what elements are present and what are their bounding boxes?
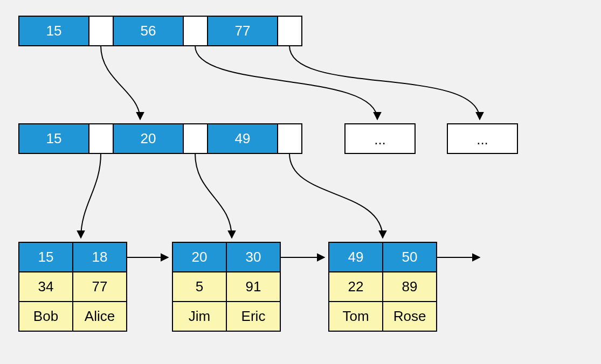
arrow-internal-to-leaf1 bbox=[195, 153, 232, 238]
internal-node: 15 20 49 bbox=[19, 124, 302, 153]
internal-key-1: 20 bbox=[141, 130, 156, 146]
svg-text:20: 20 bbox=[192, 249, 208, 265]
svg-text:30: 30 bbox=[246, 249, 261, 265]
svg-rect-1 bbox=[89, 16, 113, 46]
root-key-0: 15 bbox=[46, 23, 62, 39]
svg-text:49: 49 bbox=[348, 249, 364, 265]
arrow-internal-to-leaf2 bbox=[289, 153, 383, 238]
arrow-root-to-stub0 bbox=[195, 46, 377, 120]
leaf-node-0: 15 18 34 77 Bob Alice bbox=[19, 242, 127, 331]
svg-text:5: 5 bbox=[196, 278, 203, 295]
svg-text:34: 34 bbox=[38, 278, 54, 295]
leaf-node-2: 49 50 22 89 Tom Rose bbox=[329, 242, 437, 331]
svg-text:Eric: Eric bbox=[241, 308, 266, 324]
arrow-internal-to-leaf0 bbox=[81, 153, 101, 238]
internal-key-0: 15 bbox=[46, 130, 62, 146]
btree-diagram: 15 56 77 15 20 49 ... ... 15 18 34 77 Bo… bbox=[0, 0, 601, 364]
svg-rect-7 bbox=[89, 124, 113, 153]
svg-rect-3 bbox=[183, 16, 208, 46]
stub-node-0: ... bbox=[345, 124, 415, 153]
root-key-2: 77 bbox=[235, 23, 251, 39]
svg-text:50: 50 bbox=[402, 249, 418, 265]
svg-text:91: 91 bbox=[246, 278, 261, 295]
svg-text:Bob: Bob bbox=[33, 308, 58, 324]
root-key-1: 56 bbox=[141, 23, 156, 39]
svg-text:...: ... bbox=[374, 131, 386, 148]
svg-rect-11 bbox=[278, 124, 302, 153]
svg-text:18: 18 bbox=[92, 249, 108, 265]
svg-rect-5 bbox=[278, 16, 302, 46]
root-node: 15 56 77 bbox=[19, 16, 302, 46]
svg-text:...: ... bbox=[476, 131, 488, 148]
svg-text:22: 22 bbox=[348, 278, 364, 295]
svg-text:Rose: Rose bbox=[393, 308, 426, 324]
arrow-root-to-stub1 bbox=[289, 46, 480, 120]
svg-rect-9 bbox=[183, 124, 208, 153]
svg-text:89: 89 bbox=[402, 278, 418, 295]
stub-node-1: ... bbox=[447, 124, 517, 153]
internal-key-2: 49 bbox=[235, 130, 251, 146]
svg-text:15: 15 bbox=[38, 249, 54, 265]
arrow-root-to-internal bbox=[101, 46, 140, 120]
svg-text:Jim: Jim bbox=[189, 308, 210, 324]
svg-text:Alice: Alice bbox=[85, 308, 115, 324]
leaf-node-1: 20 30 5 91 Jim Eric bbox=[172, 242, 280, 331]
svg-text:Tom: Tom bbox=[342, 308, 369, 324]
svg-text:77: 77 bbox=[92, 278, 108, 295]
